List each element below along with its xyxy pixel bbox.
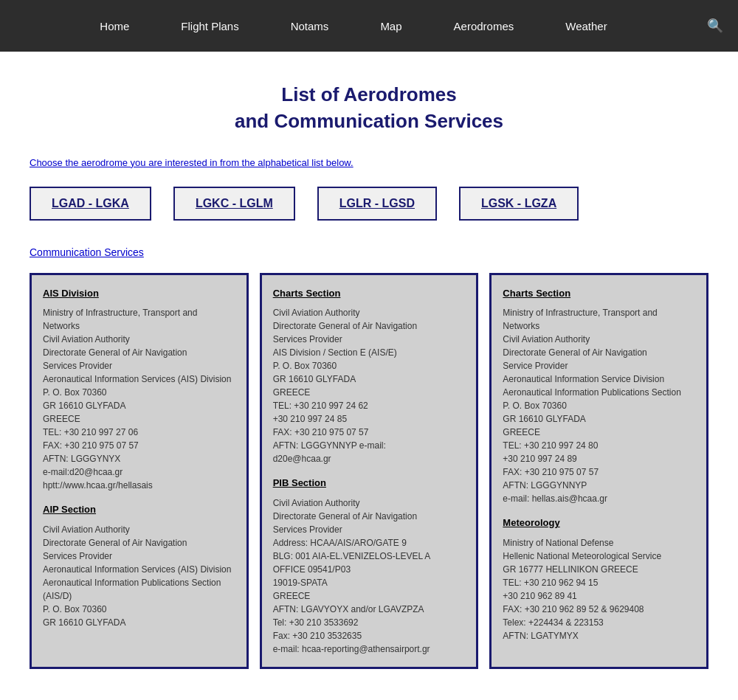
card1-s1-line6: P. O. Box 70360 bbox=[43, 386, 235, 399]
card2-s2-line6: OFFICE 09541/P03 bbox=[273, 563, 466, 576]
card3-s1-line4: Service Provider bbox=[503, 359, 695, 372]
nav-aerodromes[interactable]: Aerodromes bbox=[428, 0, 540, 52]
card1-s1-line4: Services Provider bbox=[43, 359, 235, 372]
card1-s2-line6: P. O. Box 70360 bbox=[43, 603, 235, 616]
card3-s2-line8: AFTN: LGATYMYX bbox=[503, 629, 695, 642]
card2-s1-line12: d20e@hcaa.gr bbox=[273, 452, 466, 465]
card3-s1-line2: Civil Aviation Authority bbox=[503, 333, 695, 346]
card1-section1-title: AIS Division bbox=[43, 286, 235, 301]
card-ais: AIS Division Ministry of Infrastructure,… bbox=[30, 273, 249, 669]
card2-s1-line3: Services Provider bbox=[273, 333, 466, 346]
card3-s1-line3: Directorate General of Air Navigation bbox=[503, 346, 695, 359]
card3-s1-line14: e-mail: hellas.ais@hcaa.gr bbox=[503, 492, 695, 505]
nav-items: Home Flight Plans Notams Map Aerodromes … bbox=[7, 0, 700, 52]
card2-s2-line5: BLG: 001 AIA-EL.VENIZELOS-LEVEL A bbox=[273, 550, 466, 563]
card1-s2-line2: Directorate General of Air Navigation bbox=[43, 536, 235, 550]
card3-s2-line6: FAX: +30 210 962 89 52 & 9629408 bbox=[503, 603, 695, 616]
card2-s2-line12: e-mail: hcaa-reporting@athensairport.gr bbox=[273, 642, 466, 656]
card2-s1-line5: P. O. Box 70360 bbox=[273, 359, 466, 372]
card2-s2-line1: Civil Aviation Authority bbox=[273, 496, 466, 510]
cards-row: AIS Division Ministry of Infrastructure,… bbox=[30, 273, 708, 669]
card2-s1-line7: GREECE bbox=[273, 386, 466, 399]
alpha-btn-lgkc[interactable]: LGKC - LGLM bbox=[173, 187, 295, 221]
card3-section2-title: Meteorology bbox=[503, 516, 695, 530]
card1-s1-line11: AFTN: LGGGYNYX bbox=[43, 452, 235, 465]
card2-s1-line8: TEL: +30 210 997 24 62 bbox=[273, 399, 466, 412]
card2-s2-line4: Address: HCAA/AIS/ARO/GATE 9 bbox=[273, 536, 466, 550]
instruction-link[interactable]: Choose the aerodrome you are interested … bbox=[30, 157, 708, 168]
card3-s2-line5: +30 210 962 89 41 bbox=[503, 589, 695, 603]
card3-s1-line5: Aeronautical Information Service Divisio… bbox=[503, 372, 695, 386]
card1-s1-line8: GREECE bbox=[43, 412, 235, 426]
card3-s2-line2: Hellenic National Meteorological Service bbox=[503, 550, 695, 563]
main-content: List of Aerodromes and Communication Ser… bbox=[15, 52, 723, 684]
card2-section2-title: PIB Section bbox=[273, 476, 466, 491]
alpha-btn-lgsk[interactable]: LGSK - LGZA bbox=[459, 187, 579, 221]
card1-s1-line1: Ministry of Infrastructure, Transport an… bbox=[43, 306, 235, 333]
card1-s1-line7: GR 16610 GLYFADA bbox=[43, 399, 235, 412]
card1-section2-title: AIP Section bbox=[43, 502, 235, 517]
alpha-buttons: LGAD - LGKA LGKC - LGLM LGLR - LGSD LGSK… bbox=[30, 187, 708, 221]
nav-weather[interactable]: Weather bbox=[539, 0, 632, 52]
card3-s1-line7: P. O. Box 70360 bbox=[503, 399, 695, 412]
card1-s2-line3: Services Provider bbox=[43, 550, 235, 563]
card-charts-met: Charts Section Ministry of Infrastructur… bbox=[489, 273, 708, 669]
card-charts-pib: Charts Section Civil Aviation Authority … bbox=[260, 273, 479, 669]
card3-s2-line3: GR 16777 HELLINIKON GREECE bbox=[503, 563, 695, 576]
card1-s1-line12: e-mail:d20@hcaa.gr bbox=[43, 465, 235, 479]
card1-s1-line5: Aeronautical Information Services (AIS) … bbox=[43, 372, 235, 386]
card1-s1-line13: hptt://www.hcaa.gr/hellasais bbox=[43, 479, 235, 492]
card2-section1-title: Charts Section bbox=[273, 286, 466, 301]
card2-s2-line7: 19019-SPATA bbox=[273, 576, 466, 589]
card2-s1-line1: Civil Aviation Authority bbox=[273, 306, 466, 319]
card3-s1-line8: GR 16610 GLYFADA bbox=[503, 412, 695, 426]
card3-s1-line1: Ministry of Infrastructure, Transport an… bbox=[503, 306, 695, 333]
card2-s2-line11: Fax: +30 210 3532635 bbox=[273, 629, 466, 642]
card1-s2-line5: Aeronautical Information Publications Se… bbox=[43, 576, 235, 603]
card1-s2-line4: Aeronautical Information Services (AIS) … bbox=[43, 563, 235, 576]
card2-s2-line10: Tel: +30 210 3533692 bbox=[273, 616, 466, 629]
alpha-btn-lgad[interactable]: LGAD - LGKA bbox=[30, 187, 151, 221]
card2-s1-line11: AFTN: LGGGYNNYP e-mail: bbox=[273, 439, 466, 452]
card3-s1-line9: GREECE bbox=[503, 426, 695, 439]
card1-s1-line3: Directorate General of Air Navigation bbox=[43, 346, 235, 359]
card3-s1-line10: TEL: +30 210 997 24 80 bbox=[503, 439, 695, 452]
card3-s1-line12: FAX: +30 210 975 07 57 bbox=[503, 465, 695, 479]
nav-notams[interactable]: Notams bbox=[265, 0, 355, 52]
nav-map[interactable]: Map bbox=[354, 0, 427, 52]
card3-s1-line11: +30 210 997 24 89 bbox=[503, 452, 695, 465]
card1-s1-line10: FAX: +30 210 975 07 57 bbox=[43, 439, 235, 452]
alpha-btn-lglr[interactable]: LGLR - LGSD bbox=[317, 187, 437, 221]
card2-s1-line2: Directorate General of Air Navigation bbox=[273, 319, 466, 333]
card3-s1-line6: Aeronautical Information Publications Se… bbox=[503, 386, 695, 399]
card2-s1-line4: AIS Division / Section E (AIS/E) bbox=[273, 346, 466, 359]
card2-s1-line9: +30 210 997 24 85 bbox=[273, 412, 466, 426]
card2-s2-line3: Services Provider bbox=[273, 523, 466, 536]
card3-s2-line7: Telex: +224434 & 223153 bbox=[503, 616, 695, 629]
comm-services-link[interactable]: Communication Services bbox=[30, 246, 708, 258]
card2-s1-line10: FAX: +30 210 975 07 57 bbox=[273, 426, 466, 439]
card2-s1-line6: GR 16610 GLYFADA bbox=[273, 372, 466, 386]
card1-s2-line7: GR 16610 GLYFADA bbox=[43, 616, 235, 629]
card3-s2-line1: Ministry of National Defense bbox=[503, 536, 695, 550]
card2-s2-line2: Directorate General of Air Navigation bbox=[273, 510, 466, 523]
card3-s1-line13: AFTN: LGGGYNNYP bbox=[503, 479, 695, 492]
card2-s2-line8: GREECE bbox=[273, 589, 466, 603]
nav-flight-plans[interactable]: Flight Plans bbox=[155, 0, 264, 52]
card3-section1-title: Charts Section bbox=[503, 286, 695, 301]
card3-s2-line4: TEL: +30 210 962 94 15 bbox=[503, 576, 695, 589]
card1-s1-line2: Civil Aviation Authority bbox=[43, 333, 235, 346]
card1-s2-line1: Civil Aviation Authority bbox=[43, 523, 235, 536]
page-title: List of Aerodromes and Communication Ser… bbox=[30, 81, 708, 135]
nav-home[interactable]: Home bbox=[74, 0, 155, 52]
search-icon[interactable]: 🔍 bbox=[700, 18, 731, 34]
card1-s1-line9: TEL: +30 210 997 27 06 bbox=[43, 426, 235, 439]
navigation: Home Flight Plans Notams Map Aerodromes … bbox=[0, 0, 738, 52]
card2-s2-line9: AFTN: LGAVYOYX and/or LGAVZPZA bbox=[273, 603, 466, 616]
